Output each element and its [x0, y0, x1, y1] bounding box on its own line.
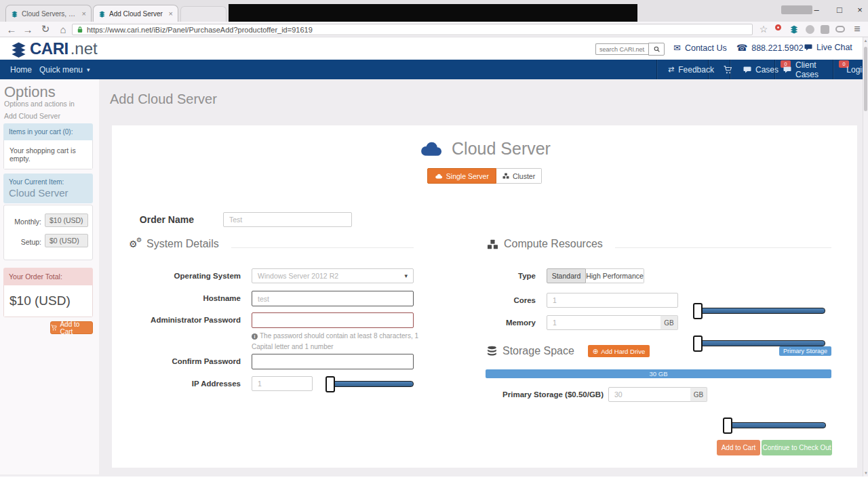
new-tab-button[interactable] — [180, 6, 226, 22]
slider-track[interactable] — [327, 381, 414, 387]
cloud-icon — [418, 141, 443, 157]
product-heading: Cloud Server — [112, 139, 857, 159]
scroll-down-icon[interactable]: ▼ — [863, 471, 868, 475]
extension-opera-icon[interactable] — [775, 24, 781, 30]
nav-quick-menu[interactable]: Quick menu ▾ — [31, 60, 98, 79]
memory-input[interactable] — [547, 315, 661, 330]
gears-icon: ⚙⚙ — [129, 239, 141, 249]
cluster-button[interactable]: Cluster — [496, 168, 542, 184]
extension-icon[interactable] — [821, 25, 829, 34]
live-chat-link[interactable]: Live Chat — [804, 43, 852, 52]
operating-system-select[interactable]: Windows Server 2012 R2 ▾ — [252, 268, 414, 283]
type-label: Type — [434, 272, 536, 280]
slider-track[interactable] — [694, 308, 825, 314]
memory-unit-addon: GB — [660, 315, 678, 330]
reload-icon[interactable]: ↻ — [38, 22, 53, 37]
current-item-panel: Your Current Item: Cloud Server — [3, 174, 93, 203]
cart-panel-body: Your shopping cart is empty. — [3, 140, 93, 169]
primary-storage-badge: Primary Storage — [779, 346, 831, 356]
site-search — [595, 43, 665, 56]
scrollbar-thumb[interactable] — [864, 47, 867, 111]
search-button[interactable] — [648, 43, 665, 56]
maximize-button[interactable]: □ — [831, 3, 848, 16]
tab-bar: Cloud Servers, Dedicated × Add Cloud Ser… — [0, 0, 868, 22]
scroll-up-icon[interactable]: ▲ — [863, 39, 868, 43]
type-high-performance-button[interactable]: High Performance — [586, 268, 644, 283]
confirm-password-label: Confirm Password — [139, 357, 241, 365]
cores-input[interactable] — [547, 293, 678, 308]
memory-label: Memory — [434, 319, 536, 327]
nav-home-label: Home — [10, 65, 32, 75]
sidebar-add-to-cart-button[interactable]: Add to Cart — [50, 321, 93, 334]
search-icon — [654, 46, 660, 52]
slider-handle[interactable] — [693, 303, 703, 319]
storage-space-heading: Storage Space ⊕ Add Hard Drive Primary S… — [487, 345, 831, 357]
admin-password-input[interactable] — [252, 312, 414, 328]
chat-bubble-icon — [804, 44, 812, 51]
purchase-form-card: Cloud Server Single Server Cluster Order… — [112, 125, 857, 468]
add-to-cart-label: Add to Cart — [722, 444, 756, 451]
tab-cloud-servers[interactable]: Cloud Servers, Dedicated × — [5, 5, 92, 22]
cari-logo[interactable]: CARI.net — [9, 39, 98, 58]
add-hard-drive-button[interactable]: ⊕ Add Hard Drive — [588, 345, 650, 357]
single-server-button[interactable]: Single Server — [427, 168, 496, 184]
add-hard-drive-label: Add Hard Drive — [601, 348, 645, 355]
cart-panel-header: Items in your cart (0): — [3, 123, 93, 140]
site-header: CARI.net ✉ Contact Us ☎ 888.221.5902 Liv… — [0, 37, 868, 60]
extension-icon[interactable] — [806, 25, 814, 34]
primary-storage-slider[interactable] — [724, 420, 826, 430]
contact-us-label: Contact Us — [685, 43, 727, 53]
monthly-value: $10 (USD) — [45, 214, 88, 227]
bookmark-star-icon[interactable]: ☆ — [757, 22, 770, 37]
nav-quick-menu-label: Quick menu — [39, 65, 83, 75]
compute-resources-title: Compute Resources — [504, 238, 603, 250]
close-button[interactable]: × — [852, 3, 868, 16]
cart-panel: Items in your cart (0): Your shopping ca… — [3, 123, 93, 169]
slider-track[interactable] — [724, 422, 826, 428]
order-name-input[interactable] — [223, 212, 352, 227]
ip-addresses-slider[interactable] — [327, 378, 414, 388]
database-icon — [487, 346, 497, 357]
slider-handle[interactable] — [723, 418, 732, 434]
tab-close-icon[interactable]: × — [169, 9, 173, 18]
address-bar[interactable]: https://www.cari.net/iBiz/Panel/Purchase… — [72, 24, 753, 35]
order-total-label: Your Order Total: — [3, 268, 93, 285]
extension-cari-icon[interactable] — [789, 24, 799, 34]
search-input[interactable] — [595, 43, 648, 55]
compute-resources-heading: Compute Resources — [487, 238, 831, 250]
heading-rule — [231, 247, 414, 248]
back-icon[interactable]: ← — [4, 22, 19, 37]
sidebar-subtitle: Options and actions in Add Cloud Server — [4, 98, 87, 123]
home-icon[interactable]: ⌂ — [56, 22, 71, 37]
primary-storage-input[interactable] — [608, 387, 691, 402]
password-hint-text: The password should contain at least 8 c… — [252, 332, 418, 350]
forward-icon[interactable]: → — [20, 22, 35, 37]
continue-to-checkout-button[interactable]: Continue to Check Out — [762, 440, 832, 455]
phone-number[interactable]: ☎ 888.221.5902 — [736, 43, 804, 53]
tab-add-cloud-server[interactable]: Add Cloud Server × — [93, 5, 178, 22]
menu-icon[interactable]: ≡ — [850, 22, 864, 37]
order-total-panel: Your Order Total: $10 (USD) — [3, 268, 93, 317]
ip-addresses-input[interactable] — [252, 376, 313, 391]
type-standard-button[interactable]: Standard — [547, 268, 586, 283]
ip-addresses-label: IP Addresses — [139, 380, 241, 388]
cores-slider[interactable] — [694, 305, 825, 315]
checkout-label: Continue to Check Out — [762, 444, 831, 451]
cari-logo-icon — [9, 41, 28, 58]
slider-handle[interactable] — [326, 376, 335, 392]
product-title: Cloud Server — [452, 139, 551, 159]
confirm-password-input[interactable] — [252, 354, 414, 369]
chat-bubble-icon — [743, 66, 751, 73]
cubes-icon — [502, 173, 509, 179]
hostname-input[interactable] — [252, 291, 414, 306]
tab-close-icon[interactable]: × — [82, 9, 86, 18]
padlock-icon — [77, 26, 83, 33]
plus-circle-icon: ⊕ — [593, 348, 598, 355]
single-server-label: Single Server — [446, 172, 489, 180]
url-text: https://www.cari.net/iBiz/Panel/Purchase… — [87, 26, 313, 34]
contact-us-link[interactable]: ✉ Contact Us — [673, 43, 727, 53]
minimize-button[interactable]: – — [808, 3, 825, 16]
page-scrollbar[interactable]: ▲ ▼ — [863, 37, 868, 476]
add-to-cart-button[interactable]: Add to Cart — [717, 440, 760, 455]
extension-chat-icon[interactable] — [835, 26, 845, 33]
